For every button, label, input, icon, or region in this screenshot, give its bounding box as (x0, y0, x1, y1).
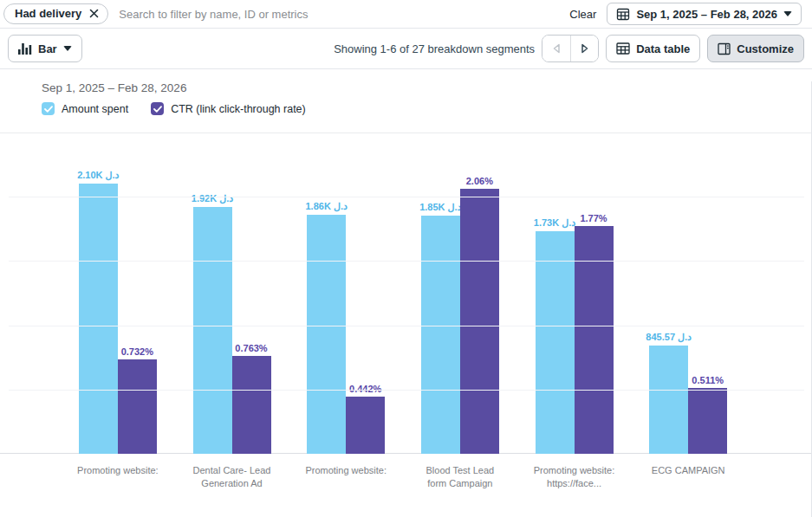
search-input[interactable] (119, 8, 559, 21)
chevron-down-icon (783, 11, 792, 16)
date-range-button[interactable]: Sep 1, 2025 – Feb 28, 2026 (607, 3, 802, 25)
bar-value-label: 1.77% (580, 213, 607, 223)
ctr-bar[interactable]: 0.763% (232, 356, 271, 454)
table-icon (616, 42, 630, 55)
amount-spent-bar[interactable]: 1.85K د.ل (421, 216, 460, 454)
ctr-bar[interactable]: 0.511% (688, 388, 727, 454)
amount-spent-bar[interactable]: 2.10K د.ل (79, 184, 118, 454)
gridline (9, 261, 804, 262)
ctr-bar[interactable]: 0.442% (346, 397, 385, 454)
chart-date-range: Sep 1, 2025 – Feb 28, 2026 (42, 81, 811, 94)
bar-value-label: 1.86K د.ل (305, 201, 347, 212)
bar-value-label: 0.732% (121, 346, 153, 357)
data-table-button[interactable]: Data table (606, 35, 700, 62)
chart-legend: Amount spentCTR (link click-through rate… (42, 102, 811, 115)
gridline (0, 132, 811, 133)
bar-chart-plot: 2.10K د.ل0.732%1.92K د.ل0.763%1.86K د.ل0… (0, 132, 811, 454)
bar-value-label: 2.10K د.ل (77, 170, 119, 181)
legend-label: Amount spent (62, 103, 128, 115)
bar-value-label: 1.85K د.ل (419, 202, 461, 213)
category-axis-labels: Promoting website:Dental Care- Lead Gene… (61, 464, 745, 491)
previous-page-button[interactable] (542, 36, 570, 61)
bar-chart-icon (18, 42, 32, 55)
filter-chip-had-delivery[interactable]: Had delivery (3, 3, 108, 24)
bar-value-label: 2.06% (466, 176, 493, 186)
filter-bar: Had delivery Clear Sep 1, 2025 – Feb 28,… (0, 0, 812, 29)
chart-panel: Sep 1, 2025 – Feb 28, 2026 Amount spentC… (0, 81, 812, 517)
bar-group: 2.10K د.ل0.732% (61, 132, 175, 454)
amount-spent-bar[interactable]: 1.73K د.ل (536, 231, 575, 454)
data-table-label: Data table (636, 42, 690, 55)
bar-value-label: 1.73K د.ل (534, 217, 575, 229)
category-label: Promoting website: (289, 464, 403, 491)
bar-group: 845.57 د.ل0.511% (631, 132, 745, 454)
bar-value-label: 845.57 د.ل (646, 332, 692, 343)
customize-panel-icon (718, 42, 731, 55)
legend-item-ctr[interactable]: CTR (link click-through rate) (151, 102, 306, 115)
bar-group: 1.92K د.ل0.763% (175, 132, 289, 454)
bar-value-label: 0.763% (235, 343, 267, 353)
legend-label: CTR (link click-through rate) (171, 103, 306, 115)
next-page-button[interactable] (570, 36, 598, 61)
ctr-bar[interactable]: 2.06% (460, 189, 499, 454)
showing-segments-text: Showing 1-6 of 27 breakdown segments (334, 42, 535, 55)
customize-button[interactable]: Customize (707, 35, 804, 62)
bar-value-label: 1.92K د.ل (192, 193, 233, 204)
category-label: Promoting website: (61, 464, 175, 491)
pagination (542, 35, 599, 62)
bar-group: 1.85K د.ل2.06% (403, 132, 517, 454)
amount-spent-bar[interactable]: 1.86K د.ل (307, 215, 346, 454)
category-label: ECG CAMPAIGN (631, 464, 745, 491)
bar-value-label: 0.511% (692, 375, 724, 385)
remove-filter-icon[interactable] (89, 9, 99, 18)
bar-group: 1.73K د.ل1.77% (517, 132, 632, 454)
chart-toolbar: Bar Showing 1-6 of 27 breakdown segments… (0, 29, 812, 69)
legend-item-amount-spent[interactable]: Amount spent (42, 102, 128, 115)
clear-button[interactable]: Clear (569, 8, 596, 21)
gridline (9, 326, 804, 326)
ctr-bar[interactable]: 0.732% (118, 359, 157, 454)
bar-group: 1.86K د.ل0.442% (289, 132, 403, 454)
amount-spent-bar[interactable]: 1.92K د.ل (193, 207, 232, 454)
calendar-icon (616, 7, 630, 21)
checked-checkbox-icon[interactable] (42, 102, 55, 115)
chevron-down-icon (63, 46, 72, 51)
customize-label: Customize (737, 42, 794, 55)
filter-chip-label: Had delivery (15, 7, 81, 20)
checked-checkbox-icon[interactable] (151, 102, 164, 115)
category-label: Dental Care- Lead Generation Ad (175, 464, 289, 491)
category-label: Blood Test Lead form Campaign (403, 464, 517, 491)
chart-type-label: Bar (38, 42, 57, 55)
date-range-label: Sep 1, 2025 – Feb 28, 2026 (636, 8, 777, 21)
gridline (9, 390, 804, 391)
chart-type-button[interactable]: Bar (8, 35, 82, 62)
gridline (9, 197, 804, 197)
category-label: Promoting website: https://face... (517, 464, 632, 491)
amount-spent-bar[interactable]: 845.57 د.ل (649, 346, 688, 454)
